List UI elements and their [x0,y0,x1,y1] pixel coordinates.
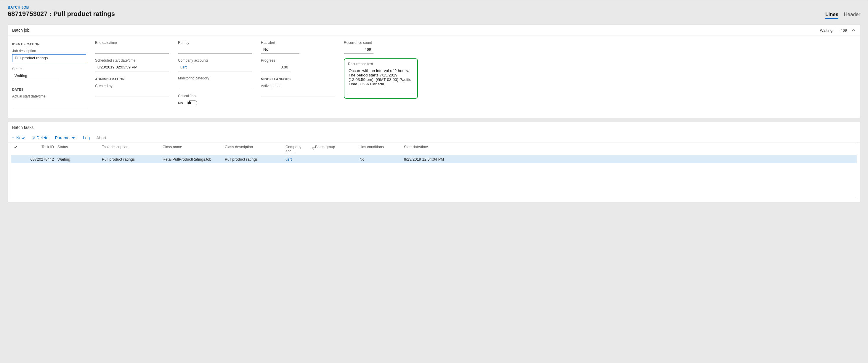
cell-has-conditions: No [360,157,404,161]
label-has-alert: Has alert [261,40,300,45]
col-misc: Has alert No Progress 0.00 MISCELLANEOUS… [261,40,335,112]
section-misc: MISCELLANEOUS [261,77,335,81]
job-description-input[interactable] [12,54,86,62]
cell-batch-group [315,157,360,161]
col-has-conditions[interactable]: Has conditions [360,145,404,153]
section-identification: IDENTIFICATION [12,42,86,46]
label-progress: Progress [261,58,290,63]
col-batch-group[interactable]: Batch group [315,145,360,153]
company-accounts-value[interactable]: usrt [178,64,252,71]
select-all-checkbox[interactable] [13,145,22,153]
grid-header: Task ID Status Task description Class na… [11,143,857,155]
section-dates: DATES [12,88,86,91]
panel-status: Waiting [820,28,836,33]
abort-button: Abort [96,135,106,140]
tab-header[interactable]: Header [844,11,860,19]
label-end: End date/time [95,40,169,45]
sched-start-value[interactable]: 8/23/2019 02:03:59 PM [95,64,169,71]
col-recurrence: Recurrence count 469 Recurrence text Occ… [344,40,418,112]
page-content: BATCH JOB 68719753027 : Pull product rat… [1,1,867,202]
cell-start: 8/23/2019 12:04:04 PM [404,157,457,161]
table-row[interactable]: 68720278442 Waiting Pull product ratings… [11,155,857,163]
col-company[interactable]: Company acc... [285,145,315,153]
cell-class-name: RetailPullProductRatingsJob [163,157,225,161]
col-class-desc[interactable]: Class description [225,145,285,153]
cell-status: Waiting [58,157,102,161]
new-button[interactable]: New [11,135,25,140]
active-period-value[interactable] [261,89,335,97]
label-recurrence-text: Recurrence text [348,62,414,66]
chevron-up-icon[interactable] [851,28,856,33]
col-dates-admin: End date/time Scheduled start date/time … [95,40,169,112]
progress-value: 0.00 [261,64,290,71]
critical-job-toggle[interactable] [187,100,197,105]
actual-start-value[interactable] [12,99,86,107]
svg-marker-2 [312,148,315,150]
label-active-period: Active period [261,84,335,88]
col-task-desc[interactable]: Task description [102,145,163,153]
tasks-toolbar: New Delete Parameters Log Abort [8,133,860,143]
col-start[interactable]: Start date/time [404,145,457,153]
label-status: Status [12,67,58,71]
cell-task-id: 68720278442 [22,157,58,161]
batch-tasks-panel: Batch tasks New Delete Parameters Log Ab… [8,122,860,202]
col-run-monitor: Run by Company accounts usrt Monitoring … [178,40,252,112]
col-task-id[interactable]: Task ID [22,145,58,153]
page-title: 68719753027 : Pull product ratings [8,10,115,18]
parameters-button[interactable]: Parameters [55,135,76,140]
col-status[interactable]: Status [58,145,102,153]
log-button[interactable]: Log [83,135,90,140]
recurrence-text-highlight: Recurrence text Occurs with an interval … [344,58,418,99]
status-value: Waiting [12,72,58,80]
label-recurrence-count: Recurrence count [344,40,373,45]
panel-count: 469 [836,28,851,33]
label-created-by: Created by [95,84,169,88]
panel-title: Batch job [12,28,29,33]
label-actual-start: Actual start date/time [12,94,86,98]
tasks-panel-title: Batch tasks [12,125,33,130]
cell-task-desc: Pull product ratings [102,157,163,161]
label-run-by: Run by [178,40,252,45]
label-sched-start: Scheduled start date/time [95,58,169,63]
recurrence-count-value: 469 [344,46,373,54]
delete-button[interactable]: Delete [31,135,48,140]
breadcrumb[interactable]: BATCH JOB [8,5,860,9]
batch-job-panel: Batch job Waiting 469 IDENTIFICATION Job… [8,25,860,118]
cell-company[interactable]: usrt [285,157,315,161]
end-value[interactable] [95,46,169,54]
trash-icon [31,136,35,140]
cell-class-desc: Pull product ratings [225,157,285,161]
created-by-value[interactable] [95,89,169,97]
section-administration: ADMINISTRATION [95,77,169,81]
recurrence-text-value: Occurs with an interval of 2 hours. The … [348,67,414,94]
col-identification: IDENTIFICATION Job description Status Wa… [12,40,86,112]
view-tabs: Lines Header [825,11,860,19]
label-job-description: Job description [12,49,86,53]
tab-lines[interactable]: Lines [825,11,838,19]
label-monitoring-category: Monitoring category [178,76,252,80]
monitoring-category-value[interactable] [178,82,252,89]
tasks-grid: Task ID Status Task description Class na… [11,143,857,199]
filter-icon[interactable] [312,147,315,151]
run-by-value[interactable] [178,46,252,54]
plus-icon [11,136,15,140]
has-alert-value: No [261,46,300,54]
col-class-name[interactable]: Class name [163,145,225,153]
label-company-accounts: Company accounts [178,58,252,63]
critical-job-value: No [178,101,183,105]
label-critical-job: Critical Job [178,94,252,98]
